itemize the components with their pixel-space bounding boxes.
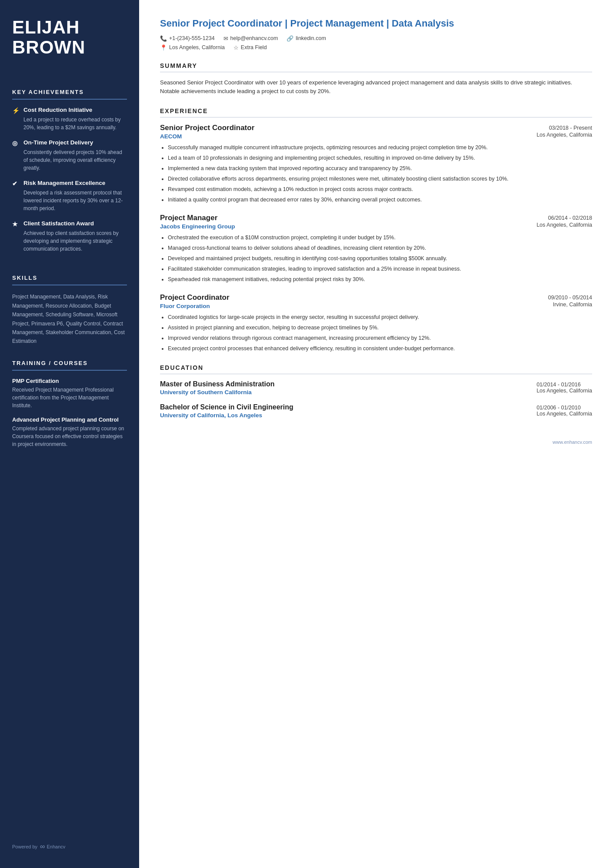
- exp-right-2: 06/2014 - 02/2018 Los Angeles, Californi…: [536, 214, 592, 228]
- brand-name: Enhancv: [47, 844, 66, 849]
- edu-entry-1: Master of Business Administration Univer…: [160, 380, 592, 395]
- achievement-desc-2: Consistently delivered projects 10% ahea…: [12, 148, 127, 172]
- exp-bullets-1: Successfully managed multiple concurrent…: [160, 143, 592, 204]
- achievement-title-2: ◎ On-Time Project Delivery: [12, 139, 127, 147]
- experience-section-title: EXPERIENCE: [160, 107, 592, 114]
- exp-location-1: Los Angeles, California: [536, 132, 592, 138]
- education-section-title: EDUCATION: [160, 364, 592, 371]
- achievement-title-4: ★ Client Satisfaction Award: [12, 220, 127, 228]
- exp-title-wrap-1: Senior Project Coordinator AECOM: [160, 124, 254, 140]
- edu-dates-1: 01/2014 - 01/2016: [536, 382, 592, 388]
- training-item-1: PMP Certification Received Project Manag…: [12, 378, 127, 409]
- award-icon: ★: [12, 221, 20, 228]
- exp-bullet-2-5: Spearheaded risk management initiatives,…: [168, 275, 592, 284]
- edu-right-1: 01/2014 - 01/2016 Los Angeles, Californi…: [536, 380, 592, 394]
- training-desc-1: Received Project Management Professional…: [12, 386, 127, 409]
- experience-divider: [160, 117, 592, 117]
- phone-number: +1-(234)-555-1234: [169, 35, 215, 41]
- sidebar-footer: Powered by ∞ Enhancv: [12, 830, 127, 851]
- edu-entry-2: Bachelor of Science in Civil Engineering…: [160, 403, 592, 419]
- main-content: Senior Project Coordinator | Project Man…: [139, 0, 613, 868]
- training-desc-2: Completed advanced project planning cour…: [12, 425, 127, 448]
- achievement-desc-4: Achieved top client satisfaction scores …: [12, 229, 127, 253]
- logo-icon: ∞: [40, 843, 45, 851]
- linkedin-contact: 🔗 linkedin.com: [287, 35, 326, 42]
- edu-left-2: Bachelor of Science in Civil Engineering…: [160, 403, 293, 419]
- email-address: help@enhancv.com: [230, 35, 278, 41]
- training-divider: [12, 370, 127, 371]
- exp-location-2: Los Angeles, California: [536, 222, 592, 228]
- exp-title-wrap-2: Project Manager Jacobs Engineering Group: [160, 214, 235, 230]
- summary-text: Seasoned Senior Project Coordinator with…: [160, 78, 592, 97]
- exp-dates-3: 09/2010 - 05/2014: [548, 295, 592, 301]
- extra-field: Extra Field: [241, 44, 267, 50]
- achievements-divider: [12, 99, 127, 100]
- edu-degree-2: Bachelor of Science in Civil Engineering: [160, 403, 293, 411]
- exp-bullet-2-1: Orchestrated the execution of a $10M con…: [168, 233, 592, 242]
- achievement-item-1: ⚡ Cost Reduction Initiative Led a projec…: [12, 107, 127, 131]
- delivery-icon: ◎: [12, 140, 20, 147]
- edu-dates-2: 01/2006 - 01/2010: [536, 405, 592, 411]
- contact-row-1: 📞 +1-(234)-555-1234 ✉ help@enhancv.com 🔗…: [160, 35, 592, 42]
- email-icon: ✉: [223, 35, 228, 42]
- achievement-desc-1: Led a project to reduce overhead costs b…: [12, 116, 127, 131]
- exp-company-3: Fluor Corporation: [160, 303, 230, 309]
- exp-bullet-1-1: Successfully managed multiple concurrent…: [168, 143, 592, 152]
- risk-icon: ✔: [12, 180, 20, 187]
- achievement-title-1: ⚡ Cost Reduction Initiative: [12, 107, 127, 114]
- exp-company-1: AECOM: [160, 133, 254, 140]
- training-item-2: Advanced Project Planning and Control Co…: [12, 416, 127, 448]
- exp-bullet-3-2: Assisted in project planning and executi…: [168, 323, 592, 332]
- star-icon: ☆: [233, 44, 239, 51]
- exp-dates-1: 03/2018 - Present: [536, 125, 592, 131]
- edu-location-1: Los Angeles, California: [536, 388, 592, 394]
- exp-right-1: 03/2018 - Present Los Angeles, Californi…: [536, 124, 592, 138]
- exp-job-title-2: Project Manager: [160, 214, 235, 222]
- skills-divider: [12, 285, 127, 285]
- achievement-item-3: ✔ Risk Management Excellence Developed a…: [12, 180, 127, 212]
- edu-location-2: Los Angeles, California: [536, 411, 592, 417]
- exp-entry-2: Project Manager Jacobs Engineering Group…: [160, 214, 592, 284]
- exp-entry-3: Project Coordinator Fluor Corporation 09…: [160, 293, 592, 353]
- exp-right-3: 09/2010 - 05/2014 Irvine, California: [548, 293, 592, 308]
- exp-title-wrap-3: Project Coordinator Fluor Corporation: [160, 293, 230, 309]
- achievements-list: ⚡ Cost Reduction Initiative Led a projec…: [12, 107, 127, 261]
- exp-location-3: Irvine, California: [548, 302, 592, 308]
- main-title: Senior Project Coordinator | Project Man…: [160, 17, 592, 30]
- extra-contact: ☆ Extra Field: [233, 44, 267, 51]
- exp-bullet-1-5: Revamped cost estimation models, achievi…: [168, 185, 592, 194]
- linkedin-icon: 🔗: [287, 35, 293, 42]
- achievement-desc-3: Developed a risk assessment protocol tha…: [12, 189, 127, 212]
- exp-bullets-3: Coordinated logistics for large-scale pr…: [160, 313, 592, 353]
- main-footer: www.enhancv.com: [160, 426, 592, 445]
- achievement-title-3: ✔ Risk Management Excellence: [12, 180, 127, 187]
- exp-bullet-2-3: Developed and maintained project budgets…: [168, 254, 592, 263]
- cost-icon: ⚡: [12, 107, 20, 114]
- exp-bullet-1-2: Led a team of 10 professionals in design…: [168, 154, 592, 162]
- training-title-1: PMP Certification: [12, 378, 127, 384]
- training-title-2: Advanced Project Planning and Control: [12, 416, 127, 423]
- exp-header-3: Project Coordinator Fluor Corporation 09…: [160, 293, 592, 309]
- edu-header-2: Bachelor of Science in Civil Engineering…: [160, 403, 592, 419]
- location-text: Los Angeles, California: [169, 44, 225, 50]
- skills-text: Project Management, Data Analysis, Risk …: [12, 292, 127, 345]
- exp-company-2: Jacobs Engineering Group: [160, 223, 235, 230]
- exp-header-1: Senior Project Coordinator AECOM 03/2018…: [160, 124, 592, 140]
- phone-contact: 📞 +1-(234)-555-1234: [160, 35, 215, 42]
- linkedin-url: linkedin.com: [296, 35, 326, 41]
- enhancv-logo: ∞ Enhancv: [40, 843, 65, 851]
- summary-divider: [160, 72, 592, 72]
- edu-right-2: 01/2006 - 01/2010 Los Angeles, Californi…: [536, 403, 592, 417]
- training-list: PMP Certification Received Project Manag…: [12, 378, 127, 455]
- achievements-section-title: KEY ACHIEVEMENTS: [12, 89, 127, 95]
- exp-job-title-3: Project Coordinator: [160, 293, 230, 302]
- contact-row-2: 📍 Los Angeles, California ☆ Extra Field: [160, 44, 592, 51]
- exp-bullet-2-2: Managed cross-functional teams to delive…: [168, 244, 592, 252]
- exp-bullet-3-4: Executed project control processes that …: [168, 344, 592, 353]
- training-section-title: TRAINING / COURSES: [12, 360, 127, 366]
- edu-school-2: University of California, Los Angeles: [160, 412, 293, 419]
- exp-dates-2: 06/2014 - 02/2018: [536, 215, 592, 221]
- edu-school-1: University of Southern California: [160, 389, 274, 395]
- exp-bullet-2-4: Facilitated stakeholder communication st…: [168, 265, 592, 273]
- candidate-name: ELIJAH BROWN: [12, 17, 127, 57]
